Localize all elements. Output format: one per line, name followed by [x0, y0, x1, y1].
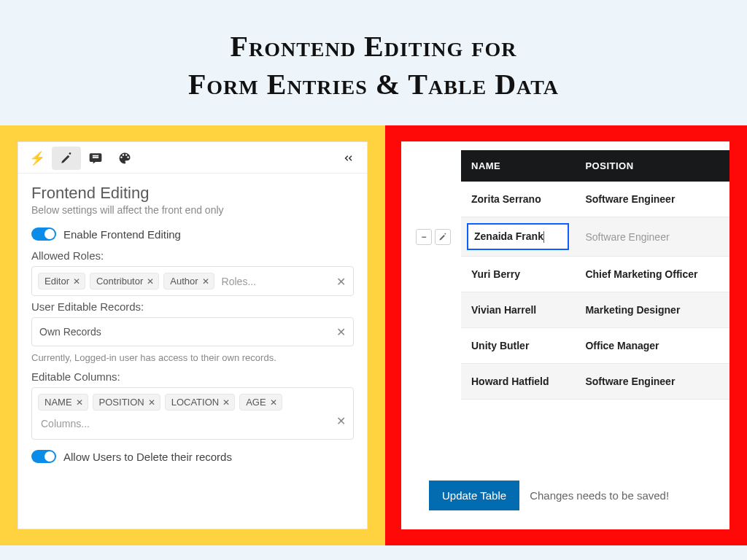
cell-name[interactable]: Unity Butler	[461, 328, 575, 364]
user-editable-help: Currently, Logged-in user has access to …	[31, 352, 354, 363]
edit-row-button[interactable]	[435, 229, 451, 245]
pencil-icon	[438, 233, 447, 241]
title-line-1: Frontend Editing for	[15, 28, 732, 66]
pencil-icon	[60, 152, 73, 165]
close-icon[interactable]: ✕	[76, 397, 83, 408]
cell-name-editing[interactable]: Zenaida Frank	[461, 217, 575, 257]
cell-position[interactable]: Software Engineer	[575, 364, 729, 400]
column-tag-name[interactable]: NAME✕	[38, 394, 88, 411]
title-line-2: Form Entries & Table Data	[15, 66, 732, 104]
palette-icon	[117, 151, 132, 166]
clear-columns-icon[interactable]: ✕	[336, 414, 346, 428]
user-editable-select[interactable]: Own Records ✕	[31, 317, 354, 346]
minus-icon: −	[421, 232, 426, 242]
columns-placeholder: Columns...	[38, 418, 347, 429]
user-editable-label: User Editable Records:	[31, 300, 354, 313]
table-row: Unity Butler Office Manager	[406, 328, 729, 364]
col-header-position[interactable]: POSITION	[575, 150, 729, 182]
table-row: − Zenaida Frank Software Engineer	[406, 217, 729, 257]
cell-position[interactable]: Office Manager	[575, 328, 729, 364]
table-row: Yuri Berry Chief Marketing Officer	[406, 257, 729, 292]
right-panel: NAME POSITION Zorita Serrano Software En…	[385, 125, 747, 545]
section-title: Frontend Editing	[31, 184, 354, 203]
allowed-roles-label: Allowed Roles:	[31, 249, 354, 262]
user-editable-value: Own Records	[38, 326, 101, 338]
cell-position[interactable]: Marketing Designer	[575, 292, 729, 328]
cell-name[interactable]: Vivian Harrell	[461, 292, 575, 328]
left-panel: ⚡ Frontend Editing Below settings will a…	[0, 125, 385, 545]
cell-position[interactable]: Software Engineer	[575, 217, 729, 257]
cell-name[interactable]: Zorita Serrano	[461, 182, 575, 217]
column-tag-position[interactable]: POSITION✕	[93, 394, 160, 411]
allow-delete-toggle[interactable]	[31, 450, 56, 463]
close-icon[interactable]: ✕	[270, 397, 277, 408]
enable-frontend-editing-row: Enable Frontend Editing	[31, 228, 354, 241]
tab-edit[interactable]	[52, 147, 81, 170]
role-tag-author[interactable]: Author✕	[163, 273, 214, 289]
editable-columns-input[interactable]: NAME✕ POSITION✕ LOCATION✕ AGE✕ Columns..…	[31, 387, 354, 440]
roles-placeholder: Roles...	[219, 276, 256, 287]
column-tag-location[interactable]: LOCATION✕	[165, 394, 236, 411]
table-row: Vivian Harrell Marketing Designer	[406, 292, 729, 328]
role-tag-editor[interactable]: Editor✕	[38, 273, 85, 289]
allow-delete-row: Allow Users to Delete their records	[31, 450, 354, 463]
clear-roles-icon[interactable]: ✕	[336, 274, 346, 288]
collapse-button[interactable]	[333, 147, 363, 170]
close-icon[interactable]: ✕	[147, 276, 154, 287]
name-edit-input[interactable]: Zenaida Frank	[467, 223, 569, 250]
chevron-double-left-icon	[341, 152, 355, 165]
role-tag-contributor[interactable]: Contributor✕	[90, 273, 159, 289]
page-header: Frontend Editing for Form Entries & Tabl…	[0, 0, 747, 125]
save-message: Changes needs to be saved!	[530, 489, 669, 502]
column-tag-age[interactable]: AGE✕	[239, 394, 282, 411]
table-row: Howard Hatfield Software Engineer	[406, 364, 729, 400]
cell-name[interactable]: Yuri Berry	[461, 257, 575, 292]
cell-name[interactable]: Howard Hatfield	[461, 364, 575, 400]
row-actions: −	[416, 229, 451, 245]
tab-style[interactable]	[110, 147, 139, 170]
tab-general[interactable]: ⚡	[23, 147, 52, 170]
update-row: Update Table Changes needs to be saved!	[429, 481, 669, 510]
close-icon[interactable]: ✕	[73, 276, 80, 287]
cell-position[interactable]: Chief Marketing Officer	[575, 257, 729, 292]
update-table-button[interactable]: Update Table	[429, 481, 519, 510]
editable-columns-label: Editable Columns:	[31, 370, 354, 383]
lightning-icon: ⚡	[29, 150, 45, 166]
settings-card: ⚡ Frontend Editing Below settings will a…	[18, 141, 368, 529]
tab-messages[interactable]	[81, 147, 110, 170]
col-header-name[interactable]: NAME	[461, 150, 575, 182]
message-icon	[88, 151, 103, 166]
close-icon[interactable]: ✕	[148, 397, 155, 408]
allowed-roles-input[interactable]: Editor✕ Contributor✕ Author✕ Roles... ✕	[31, 266, 354, 296]
section-subtitle: Below settings will affect the front end…	[31, 204, 354, 216]
cell-position[interactable]: Software Engineer	[575, 182, 729, 217]
close-icon[interactable]: ✕	[222, 397, 230, 408]
table-row: Zorita Serrano Software Engineer	[406, 182, 729, 217]
settings-tabbar: ⚡	[18, 142, 367, 174]
remove-row-button[interactable]: −	[416, 229, 432, 245]
enable-frontend-editing-label: Enable Frontend Editing	[63, 228, 181, 241]
data-table: NAME POSITION Zorita Serrano Software En…	[406, 150, 729, 400]
enable-frontend-editing-toggle[interactable]	[31, 228, 56, 241]
close-icon[interactable]: ✕	[202, 276, 209, 287]
clear-user-editable-icon[interactable]: ✕	[336, 325, 346, 339]
allow-delete-label: Allow Users to Delete their records	[63, 451, 232, 463]
table-card: NAME POSITION Zorita Serrano Software En…	[401, 141, 729, 529]
